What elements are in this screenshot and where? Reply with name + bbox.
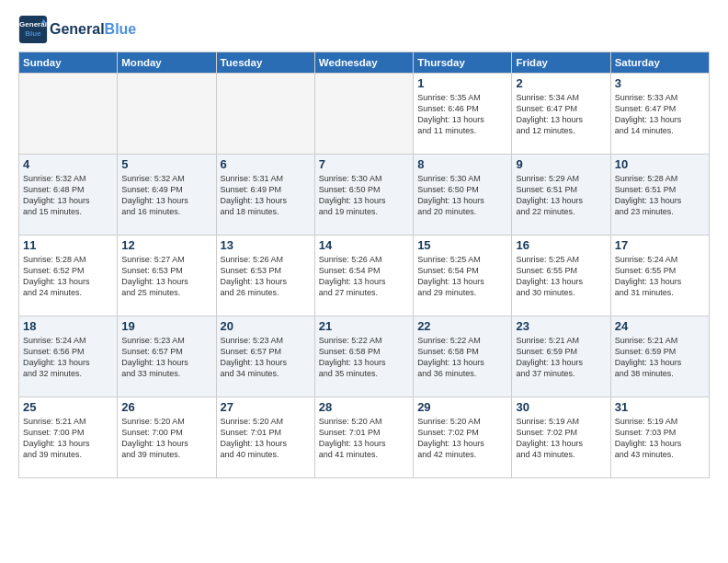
calendar-cell: 20Sunrise: 5:23 AM Sunset: 6:57 PM Dayli… xyxy=(216,316,314,397)
day-number: 6 xyxy=(221,157,311,171)
cell-content: Sunrise: 5:24 AM Sunset: 6:56 PM Dayligh… xyxy=(23,335,113,380)
calendar-cell: 8Sunrise: 5:30 AM Sunset: 6:50 PM Daylig… xyxy=(414,155,512,236)
day-number: 18 xyxy=(23,319,113,333)
calendar-cell: 18Sunrise: 5:24 AM Sunset: 6:56 PM Dayli… xyxy=(19,316,118,397)
cell-content: Sunrise: 5:22 AM Sunset: 6:58 PM Dayligh… xyxy=(417,335,507,380)
cell-content: Sunrise: 5:34 AM Sunset: 6:47 PM Dayligh… xyxy=(516,92,606,137)
calendar-cell xyxy=(314,74,413,155)
day-number: 11 xyxy=(23,238,113,252)
cell-content: Sunrise: 5:20 AM Sunset: 7:01 PM Dayligh… xyxy=(319,416,409,461)
day-number: 27 xyxy=(221,400,311,414)
cell-content: Sunrise: 5:32 AM Sunset: 6:48 PM Dayligh… xyxy=(23,173,113,218)
cell-content: Sunrise: 5:28 AM Sunset: 6:52 PM Dayligh… xyxy=(23,254,113,299)
day-number: 30 xyxy=(516,400,606,414)
day-number: 10 xyxy=(615,157,705,171)
cell-content: Sunrise: 5:30 AM Sunset: 6:50 PM Dayligh… xyxy=(417,173,507,218)
calendar-cell: 28Sunrise: 5:20 AM Sunset: 7:01 PM Dayli… xyxy=(314,397,413,478)
day-number: 4 xyxy=(23,157,113,171)
calendar-cell: 31Sunrise: 5:19 AM Sunset: 7:03 PM Dayli… xyxy=(610,397,709,478)
cell-content: Sunrise: 5:20 AM Sunset: 7:00 PM Dayligh… xyxy=(121,416,211,461)
cell-content: Sunrise: 5:21 AM Sunset: 6:59 PM Dayligh… xyxy=(516,335,606,380)
day-number: 29 xyxy=(417,400,507,414)
cell-content: Sunrise: 5:28 AM Sunset: 6:51 PM Dayligh… xyxy=(615,173,705,218)
calendar-cell: 25Sunrise: 5:21 AM Sunset: 7:00 PM Dayli… xyxy=(19,397,118,478)
weekday-header-friday: Friday xyxy=(512,52,610,74)
day-number: 2 xyxy=(516,76,606,90)
cell-content: Sunrise: 5:21 AM Sunset: 7:00 PM Dayligh… xyxy=(23,416,113,461)
day-number: 8 xyxy=(417,157,507,171)
weekday-header-row: SundayMondayTuesdayWednesdayThursdayFrid… xyxy=(19,52,710,74)
cell-content: Sunrise: 5:35 AM Sunset: 6:46 PM Dayligh… xyxy=(417,92,507,137)
day-number: 14 xyxy=(319,238,409,252)
calendar-cell: 3Sunrise: 5:33 AM Sunset: 6:47 PM Daylig… xyxy=(610,74,709,155)
logo-text: GeneralBlue xyxy=(50,21,136,38)
weekday-header-wednesday: Wednesday xyxy=(314,52,413,74)
calendar-cell: 2Sunrise: 5:34 AM Sunset: 6:47 PM Daylig… xyxy=(512,74,610,155)
day-number: 26 xyxy=(121,400,211,414)
calendar-cell xyxy=(216,74,314,155)
calendar-week-row: 1Sunrise: 5:35 AM Sunset: 6:46 PM Daylig… xyxy=(19,74,710,155)
day-number: 20 xyxy=(221,319,311,333)
calendar-cell: 26Sunrise: 5:20 AM Sunset: 7:00 PM Dayli… xyxy=(118,397,216,478)
calendar-cell: 22Sunrise: 5:22 AM Sunset: 6:58 PM Dayli… xyxy=(414,316,512,397)
logo: General Blue GeneralBlue xyxy=(18,15,136,44)
day-number: 13 xyxy=(221,238,311,252)
day-number: 16 xyxy=(516,238,606,252)
cell-content: Sunrise: 5:19 AM Sunset: 7:02 PM Dayligh… xyxy=(516,416,606,461)
calendar-cell: 5Sunrise: 5:32 AM Sunset: 6:49 PM Daylig… xyxy=(118,155,216,236)
weekday-header-sunday: Sunday xyxy=(19,52,118,74)
cell-content: Sunrise: 5:23 AM Sunset: 6:57 PM Dayligh… xyxy=(221,335,311,380)
header: General Blue GeneralBlue xyxy=(18,15,710,44)
day-number: 25 xyxy=(23,400,113,414)
cell-content: Sunrise: 5:33 AM Sunset: 6:47 PM Dayligh… xyxy=(615,92,705,137)
day-number: 31 xyxy=(615,400,705,414)
day-number: 21 xyxy=(319,319,409,333)
cell-content: Sunrise: 5:23 AM Sunset: 6:57 PM Dayligh… xyxy=(121,335,211,380)
day-number: 7 xyxy=(319,157,409,171)
day-number: 24 xyxy=(615,319,705,333)
cell-content: Sunrise: 5:25 AM Sunset: 6:54 PM Dayligh… xyxy=(417,254,507,299)
calendar-week-row: 4Sunrise: 5:32 AM Sunset: 6:48 PM Daylig… xyxy=(19,155,710,236)
calendar-table: SundayMondayTuesdayWednesdayThursdayFrid… xyxy=(18,52,710,478)
cell-content: Sunrise: 5:19 AM Sunset: 7:03 PM Dayligh… xyxy=(615,416,705,461)
cell-content: Sunrise: 5:29 AM Sunset: 6:51 PM Dayligh… xyxy=(516,173,606,218)
day-number: 23 xyxy=(516,319,606,333)
cell-content: Sunrise: 5:30 AM Sunset: 6:50 PM Dayligh… xyxy=(319,173,409,218)
calendar-cell: 23Sunrise: 5:21 AM Sunset: 6:59 PM Dayli… xyxy=(512,316,610,397)
calendar-cell: 29Sunrise: 5:20 AM Sunset: 7:02 PM Dayli… xyxy=(414,397,512,478)
calendar-cell: 6Sunrise: 5:31 AM Sunset: 6:49 PM Daylig… xyxy=(216,155,314,236)
day-number: 5 xyxy=(121,157,211,171)
calendar-week-row: 25Sunrise: 5:21 AM Sunset: 7:00 PM Dayli… xyxy=(19,397,710,478)
weekday-header-thursday: Thursday xyxy=(414,52,512,74)
cell-content: Sunrise: 5:31 AM Sunset: 6:49 PM Dayligh… xyxy=(221,173,311,218)
calendar-cell: 4Sunrise: 5:32 AM Sunset: 6:48 PM Daylig… xyxy=(19,155,118,236)
calendar-cell: 10Sunrise: 5:28 AM Sunset: 6:51 PM Dayli… xyxy=(610,155,709,236)
calendar-cell: 30Sunrise: 5:19 AM Sunset: 7:02 PM Dayli… xyxy=(512,397,610,478)
cell-content: Sunrise: 5:22 AM Sunset: 6:58 PM Dayligh… xyxy=(319,335,409,380)
day-number: 28 xyxy=(319,400,409,414)
calendar-cell: 11Sunrise: 5:28 AM Sunset: 6:52 PM Dayli… xyxy=(19,236,118,316)
day-number: 19 xyxy=(121,319,211,333)
day-number: 15 xyxy=(417,238,507,252)
day-number: 3 xyxy=(615,76,705,90)
calendar-cell: 17Sunrise: 5:24 AM Sunset: 6:55 PM Dayli… xyxy=(610,236,709,316)
logo-icon: General Blue xyxy=(18,15,48,44)
calendar-cell: 14Sunrise: 5:26 AM Sunset: 6:54 PM Dayli… xyxy=(314,236,413,316)
calendar-cell: 1Sunrise: 5:35 AM Sunset: 6:46 PM Daylig… xyxy=(414,74,512,155)
calendar-cell xyxy=(118,74,216,155)
day-number: 1 xyxy=(417,76,507,90)
cell-content: Sunrise: 5:32 AM Sunset: 6:49 PM Dayligh… xyxy=(121,173,211,218)
calendar-cell: 13Sunrise: 5:26 AM Sunset: 6:53 PM Dayli… xyxy=(216,236,314,316)
day-number: 9 xyxy=(516,157,606,171)
calendar-cell xyxy=(19,74,118,155)
weekday-header-tuesday: Tuesday xyxy=(216,52,314,74)
cell-content: Sunrise: 5:24 AM Sunset: 6:55 PM Dayligh… xyxy=(615,254,705,299)
calendar-week-row: 11Sunrise: 5:28 AM Sunset: 6:52 PM Dayli… xyxy=(19,236,710,316)
calendar-cell: 21Sunrise: 5:22 AM Sunset: 6:58 PM Dayli… xyxy=(314,316,413,397)
day-number: 17 xyxy=(615,238,705,252)
day-number: 12 xyxy=(121,238,211,252)
page: General Blue GeneralBlue SundayMondayTue… xyxy=(0,0,728,563)
calendar-cell: 24Sunrise: 5:21 AM Sunset: 6:59 PM Dayli… xyxy=(610,316,709,397)
cell-content: Sunrise: 5:26 AM Sunset: 6:53 PM Dayligh… xyxy=(221,254,311,299)
weekday-header-monday: Monday xyxy=(118,52,216,74)
